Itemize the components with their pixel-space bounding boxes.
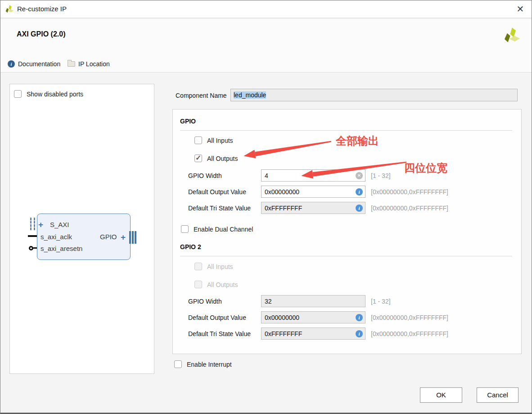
s-axi-expand-icon[interactable]: + xyxy=(38,220,43,229)
documentation-link[interactable]: i Documentation xyxy=(8,60,60,68)
gpio2-default-output-field: i xyxy=(261,311,365,323)
gpio2-default-tri-hint: [0x00000000,0xFFFFFFFF] xyxy=(371,330,448,337)
gpio-all-outputs-label: All Outputs xyxy=(207,155,238,162)
documentation-info-icon: i xyxy=(8,60,15,68)
gpio2-all-outputs-checkbox xyxy=(194,281,202,288)
gpio2-section-title: GPIO 2 xyxy=(180,243,201,250)
gpio-section-title: GPIO xyxy=(180,118,196,125)
enable-dual-channel-checkbox[interactable] xyxy=(181,225,189,233)
documentation-label: Documentation xyxy=(18,60,60,68)
s-axi-aresetn-label: s_axi_aresetn xyxy=(41,245,82,252)
window-title: Re-customize IP xyxy=(17,5,67,13)
gpio2-default-tri-label: Default Tri State Value xyxy=(188,330,251,337)
gpio2-width-hint: [1 - 32] xyxy=(371,298,391,305)
info-icon[interactable]: i xyxy=(356,330,363,337)
gpio2-default-output-hint: [0x00000000,0xFFFFFFFF] xyxy=(371,314,448,321)
gpio-default-tri-field: i xyxy=(261,202,365,214)
gpio2-all-inputs-checkbox xyxy=(194,263,202,270)
ip-symbol-panel: Show disabled ports + S_AXI s_axi_aclk s… xyxy=(9,84,154,374)
gpio-config-groupbox: GPIO All Inputs ✓ All Outputs GPIO Width… xyxy=(172,109,522,354)
gpio2-section-divider xyxy=(180,256,512,256)
component-name-input[interactable]: led_module xyxy=(230,89,518,101)
show-disabled-ports-checkbox[interactable] xyxy=(14,90,22,98)
enable-dual-channel-label: Enable Dual Channel xyxy=(194,226,253,233)
gpio-all-inputs-row: All Inputs xyxy=(194,136,233,144)
gpio-all-outputs-row: ✓ All Outputs xyxy=(194,155,238,162)
info-icon[interactable]: i xyxy=(356,188,363,196)
gpio-default-tri-input xyxy=(261,202,365,214)
ip-location-link[interactable]: IP Location xyxy=(68,60,110,68)
gpio-section-divider xyxy=(180,130,512,131)
s-axi-aclk-label: s_axi_aclk xyxy=(41,233,72,241)
gpio2-width-input xyxy=(261,296,365,307)
enable-interrupt-row: Enable Interrupt xyxy=(174,360,232,368)
folder-icon xyxy=(68,61,75,67)
gpio-interface-stub xyxy=(129,231,136,244)
ip-title: AXI GPIO (2.0) xyxy=(17,30,65,38)
gpio-width-input[interactable] xyxy=(261,170,365,181)
gpio2-width-field xyxy=(261,295,365,307)
gpio-default-tri-hint: [0x00000000,0xFFFFFFFF] xyxy=(371,205,448,212)
close-icon[interactable]: ✕ xyxy=(515,4,526,14)
gpio-default-output-input[interactable] xyxy=(261,186,365,197)
show-disabled-ports-label: Show disabled ports xyxy=(27,91,83,98)
gpio-all-outputs-checkbox[interactable]: ✓ xyxy=(194,155,202,162)
recustomize-ip-dialog: Re-customize IP ✕ AXI GPIO (2.0) i Docum… xyxy=(0,0,532,414)
info-icon[interactable]: i xyxy=(356,205,363,212)
s-axi-interface-stub xyxy=(30,218,35,230)
gpio2-default-output-label: Default Output Value xyxy=(188,314,246,321)
gpio2-default-output-input xyxy=(261,312,365,323)
ip-location-label: IP Location xyxy=(78,60,110,68)
ok-button[interactable]: OK xyxy=(420,387,462,403)
gpio2-all-outputs-label: All Outputs xyxy=(207,281,238,288)
info-icon[interactable]: i xyxy=(356,314,363,321)
aclk-port-stub xyxy=(28,235,37,237)
xilinx-logo xyxy=(502,26,523,46)
gpio-all-inputs-checkbox[interactable] xyxy=(194,136,202,144)
dialog-header: AXI GPIO (2.0) i Documentation IP Locati… xyxy=(0,19,532,73)
component-name-value: led_module xyxy=(234,91,266,99)
component-name-label: Component Name xyxy=(176,92,227,99)
gpio2-all-inputs-row: All Inputs xyxy=(194,263,233,270)
gpio-expand-icon[interactable]: + xyxy=(121,233,126,241)
gpio-width-field: ✕ xyxy=(261,169,365,182)
gpio-width-label: GPIO Width xyxy=(188,172,222,179)
gpio2-default-tri-input xyxy=(261,328,365,339)
gpio2-all-outputs-row: All Outputs xyxy=(194,281,238,288)
gpio-all-inputs-label: All Inputs xyxy=(207,137,233,144)
title-bar: Re-customize IP ✕ xyxy=(0,0,532,18)
clear-icon[interactable]: ✕ xyxy=(356,172,363,179)
s-axi-label: S_AXI xyxy=(50,221,69,228)
gpio-default-output-field: i xyxy=(261,186,365,198)
gpio2-all-inputs-label: All Inputs xyxy=(207,263,233,270)
show-disabled-ports-row: Show disabled ports xyxy=(14,90,83,98)
gpio-port-label: GPIO xyxy=(100,233,117,241)
gpio2-width-label: GPIO Width xyxy=(188,298,222,305)
enable-dual-channel-row: Enable Dual Channel xyxy=(181,225,253,233)
gpio2-default-tri-field: i xyxy=(261,328,365,340)
gpio-default-tri-label: Default Tri State Value xyxy=(188,205,251,212)
gpio-default-output-hint: [0x00000000,0xFFFFFFFF] xyxy=(371,188,448,196)
enable-interrupt-label: Enable Interrupt xyxy=(187,361,232,368)
aresetn-port-ring xyxy=(29,246,33,250)
check-icon: ✓ xyxy=(195,154,201,162)
xilinx-logo-icon xyxy=(5,4,15,15)
enable-interrupt-checkbox[interactable] xyxy=(174,360,182,368)
gpio-default-output-label: Default Output Value xyxy=(188,188,246,196)
gpio-width-hint: [1 - 32] xyxy=(371,172,391,179)
cancel-button[interactable]: Cancel xyxy=(477,387,518,403)
